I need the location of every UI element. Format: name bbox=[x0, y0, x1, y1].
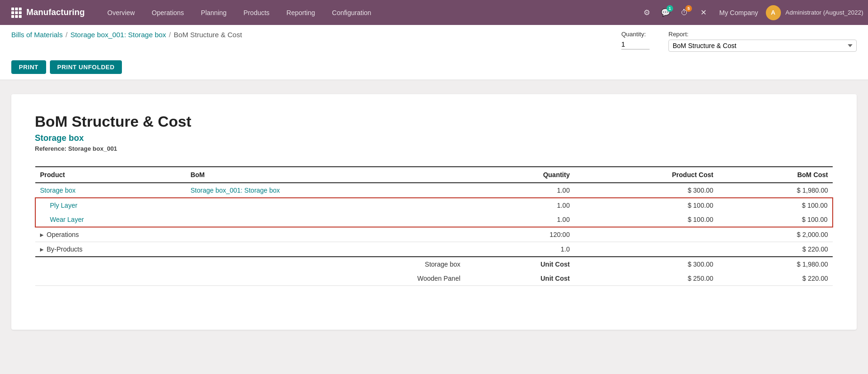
app-grid-icon[interactable] bbox=[11, 8, 22, 18]
col-quantity: Quantity bbox=[465, 167, 574, 183]
app-title: Manufacturing bbox=[26, 8, 85, 17]
nav-reporting[interactable]: Reporting bbox=[278, 0, 324, 25]
product-cost-cell: $ 100.00 bbox=[574, 212, 718, 227]
report-card: BoM Structure & Cost Storage box Referen… bbox=[11, 94, 857, 330]
nav-planning[interactable]: Planning bbox=[193, 0, 235, 25]
quantity-label: Quantity: bbox=[621, 31, 650, 38]
quantity-cell: 1.0 bbox=[465, 242, 574, 257]
table-row: Wear Layer 1.00 $ 100.00 $ 100.00 bbox=[35, 212, 833, 227]
report-reference: Reference: Storage box_001 bbox=[35, 145, 833, 152]
nav-overview[interactable]: Overview bbox=[99, 0, 143, 25]
settings-icon-btn[interactable]: ⚙ bbox=[638, 4, 655, 21]
chat-badge: 1 bbox=[667, 5, 673, 12]
breadcrumb-sep-2: / bbox=[169, 31, 171, 39]
quantity-block: Quantity: bbox=[621, 31, 650, 49]
col-product: Product bbox=[35, 167, 186, 183]
product-cell: ▶ By-Products bbox=[35, 242, 186, 257]
bom-table: Product BoM Quantity Product Cost BoM Co… bbox=[35, 166, 833, 286]
nav-items: Overview Operations Planning Products Re… bbox=[99, 0, 638, 25]
report-block: Report: BoM Structure & Cost bbox=[668, 31, 857, 52]
print-unfolded-button[interactable]: PRINT UNFOLDED bbox=[50, 60, 122, 74]
nav-operations[interactable]: Operations bbox=[143, 0, 192, 25]
quantity-cell: 1.00 bbox=[465, 212, 574, 227]
bom-cost-cell: $ 220.00 bbox=[718, 242, 833, 257]
report-select[interactable]: BoM Structure & Cost bbox=[668, 40, 857, 52]
bom-cost-cell: $ 100.00 bbox=[718, 212, 833, 227]
col-bom-cost: BoM Cost bbox=[718, 167, 833, 183]
summary-product-cell: Storage box bbox=[35, 257, 465, 271]
product-cost-cell: $ 100.00 bbox=[574, 198, 718, 212]
table-row: ▶ By-Products 1.0 $ 220.00 bbox=[35, 242, 833, 257]
bom-cost-cell: $ 1,980.00 bbox=[718, 183, 833, 198]
summary-product-cost-cell: $ 300.00 bbox=[574, 257, 718, 271]
table-row: ▶ Operations 120:00 $ 2,000.00 bbox=[35, 227, 833, 242]
expand-arrow-icon[interactable]: ▶ bbox=[40, 247, 44, 252]
nav-right: ⚙ 💬 1 ⏱ 5 ✕ My Company A Administrator (… bbox=[638, 4, 863, 21]
quantity-input[interactable] bbox=[621, 40, 650, 49]
summary-row: Storage box Unit Cost $ 300.00 $ 1,980.0… bbox=[35, 257, 833, 271]
breadcrumb: Bills of Materials / Storage box_001: St… bbox=[11, 31, 603, 39]
breadcrumb-current: BoM Structure & Cost bbox=[174, 31, 242, 39]
chat-icon-btn[interactable]: 💬 1 bbox=[657, 4, 674, 21]
table-row: Storage box Storage box_001: Storage box… bbox=[35, 183, 833, 198]
product-label: Operations bbox=[47, 231, 79, 238]
clock-icon-btn[interactable]: ⏱ 5 bbox=[676, 4, 693, 21]
bom-link[interactable]: Storage box_001: Storage box bbox=[191, 187, 280, 194]
bom-cell bbox=[186, 212, 465, 227]
product-cell: Ply Layer bbox=[35, 198, 186, 212]
close-icon: ✕ bbox=[700, 8, 707, 17]
bom-cell: Storage box_001: Storage box bbox=[186, 183, 465, 198]
product-label: By-Products bbox=[47, 245, 82, 253]
quantity-cell: 1.00 bbox=[465, 198, 574, 212]
breadcrumb-link-bom[interactable]: Bills of Materials bbox=[11, 31, 63, 39]
summary-bom-cost-cell: $ 220.00 bbox=[718, 271, 833, 286]
product-link[interactable]: Ply Layer bbox=[50, 202, 77, 209]
bom-cell bbox=[186, 242, 465, 257]
product-cost-cell: $ 300.00 bbox=[574, 183, 718, 198]
report-card-subtitle: Storage box bbox=[35, 133, 833, 143]
product-link[interactable]: Storage box bbox=[40, 187, 76, 194]
breadcrumb-link-storage[interactable]: Storage box_001: Storage box bbox=[70, 31, 166, 39]
table-header-row: Product BoM Quantity Product Cost BoM Co… bbox=[35, 167, 833, 183]
close-icon-btn[interactable]: ✕ bbox=[695, 4, 712, 21]
summary-product-cell: Wooden Panel bbox=[35, 271, 465, 286]
bom-cost-cell: $ 100.00 bbox=[718, 198, 833, 212]
print-button[interactable]: PRINT bbox=[11, 60, 46, 74]
product-cell: Storage box bbox=[35, 183, 186, 198]
company-selector[interactable]: My Company bbox=[714, 9, 764, 16]
header-row: Bills of Materials / Storage box_001: St… bbox=[11, 31, 857, 56]
navbar: Manufacturing Overview Operations Planni… bbox=[0, 0, 868, 25]
summary-bom-cost-cell: $ 1,980.00 bbox=[718, 257, 833, 271]
table-row: Ply Layer 1.00 $ 100.00 $ 100.00 bbox=[35, 198, 833, 212]
bom-cell bbox=[186, 198, 465, 212]
col-product-cost: Product Cost bbox=[574, 167, 718, 183]
main-content: BoM Structure & Cost Storage box Referen… bbox=[0, 80, 868, 373]
report-card-title: BoM Structure & Cost bbox=[35, 113, 833, 130]
summary-product-cost-cell: $ 250.00 bbox=[574, 271, 718, 286]
report-label: Report: bbox=[668, 31, 857, 38]
breadcrumb-sep-1: / bbox=[65, 31, 67, 39]
avatar: A bbox=[766, 5, 781, 20]
product-link[interactable]: Wear Layer bbox=[50, 216, 84, 223]
nav-products[interactable]: Products bbox=[235, 0, 278, 25]
app-brand[interactable]: Manufacturing bbox=[5, 8, 99, 18]
clock-badge: 5 bbox=[685, 5, 692, 12]
admin-name[interactable]: Administrator (August_2022) bbox=[786, 9, 863, 16]
col-bom: BoM bbox=[186, 167, 465, 183]
bom-cost-cell: $ 2,000.00 bbox=[718, 227, 833, 242]
product-cost-cell bbox=[574, 242, 718, 257]
nav-configuration[interactable]: Configuration bbox=[323, 0, 379, 25]
bom-cell bbox=[186, 227, 465, 242]
product-cell: Wear Layer bbox=[35, 212, 186, 227]
summary-cost-method-cell: Unit Cost bbox=[465, 257, 574, 271]
settings-icon: ⚙ bbox=[643, 8, 650, 17]
expand-arrow-icon[interactable]: ▶ bbox=[40, 232, 44, 237]
btn-row: PRINT PRINT UNFOLDED bbox=[11, 56, 857, 80]
page-header: Bills of Materials / Storage box_001: St… bbox=[0, 25, 868, 80]
summary-row: Wooden Panel Unit Cost $ 250.00 $ 220.00 bbox=[35, 271, 833, 286]
product-cost-cell bbox=[574, 227, 718, 242]
summary-cost-method-cell: Unit Cost bbox=[465, 271, 574, 286]
quantity-cell: 120:00 bbox=[465, 227, 574, 242]
quantity-cell: 1.00 bbox=[465, 183, 574, 198]
product-cell: ▶ Operations bbox=[35, 227, 186, 242]
